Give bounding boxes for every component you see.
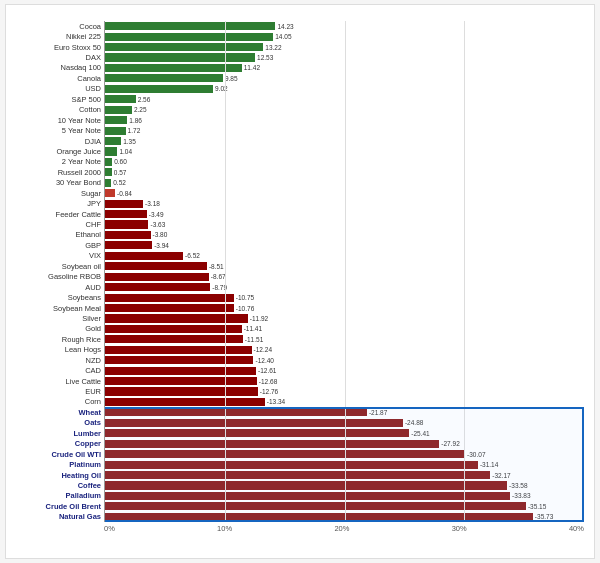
- bar-label: Copper: [16, 439, 104, 448]
- bar-value-outside: -11.92: [248, 315, 268, 322]
- label-row: DJIA: [16, 136, 104, 146]
- bar-label: Silver: [16, 314, 104, 323]
- bar: [105, 450, 465, 458]
- bar-value-outside: -35.15: [526, 503, 546, 510]
- label-row: Orange Juice: [16, 146, 104, 156]
- bar-label: AUD: [16, 283, 104, 292]
- bar-value-outside: -3.80: [151, 231, 168, 238]
- bar-value-outside: 1.86: [127, 117, 142, 124]
- bar-value-outside: 14.05: [273, 33, 291, 40]
- bar-value-outside: 1.72: [126, 127, 141, 134]
- label-row: Lumber: [16, 428, 104, 438]
- bar-label: Platinum: [16, 460, 104, 469]
- bar: [105, 137, 121, 145]
- bar-value-outside: -25.41: [409, 430, 429, 437]
- bar-value-outside: -3.63: [148, 221, 165, 228]
- bar-value-outside: -32.17: [490, 472, 510, 479]
- label-row: Platinum: [16, 459, 104, 469]
- bar: [105, 429, 409, 437]
- bar-label: 30 Year Bond: [16, 178, 104, 187]
- bar-label: Soybean Meal: [16, 304, 104, 313]
- bar-value-outside: 13.22: [263, 44, 281, 51]
- bar-value-outside: -3.18: [143, 200, 160, 207]
- bar-label: Nasdaq 100: [16, 63, 104, 72]
- label-row: Palladium: [16, 491, 104, 501]
- x-axis-label: 0%: [104, 524, 115, 533]
- label-row: Nikkei 225: [16, 31, 104, 41]
- bar-label: Soybeans: [16, 293, 104, 302]
- bar: [105, 408, 367, 416]
- bar: [105, 147, 117, 155]
- label-row: Crude Oil WTI: [16, 449, 104, 459]
- label-row: EUR: [16, 386, 104, 396]
- bar: [105, 43, 263, 51]
- bar-label: 5 Year Note: [16, 126, 104, 135]
- bar: [105, 314, 248, 322]
- bar: [105, 168, 112, 176]
- bar-value-outside: -3.94: [152, 242, 169, 249]
- x-axis-label: 30%: [452, 524, 467, 533]
- bar-value-outside: -12.68: [257, 378, 277, 385]
- bar-label: Gold: [16, 324, 104, 333]
- label-row: Wheat: [16, 407, 104, 417]
- bar-label: EUR: [16, 387, 104, 396]
- bar-value-outside: -8.51: [207, 263, 224, 270]
- bar-value-outside: 14.23: [275, 23, 293, 30]
- bar-value-outside: 0.60: [112, 158, 127, 165]
- label-row: 30 Year Bond: [16, 178, 104, 188]
- bar-label: 2 Year Note: [16, 157, 104, 166]
- bar-value-outside: 1.04: [117, 148, 132, 155]
- bar-label: Live Cattle: [16, 377, 104, 386]
- label-row: Gold: [16, 324, 104, 334]
- bar-label: USD: [16, 84, 104, 93]
- label-row: DAX: [16, 52, 104, 62]
- bar: [105, 22, 275, 30]
- label-row: NZD: [16, 355, 104, 365]
- bar-value-outside: 1.35: [121, 138, 136, 145]
- bar: [105, 440, 439, 448]
- label-row: Euro Stoxx 50: [16, 42, 104, 52]
- bar-value-outside: -24.88: [403, 419, 423, 426]
- bar-label: Coffee: [16, 481, 104, 490]
- bar-label: Crude Oil Brent: [16, 502, 104, 511]
- bar-value-outside: -0.84: [115, 190, 132, 197]
- bar-value-outside: -33.58: [507, 482, 527, 489]
- bar: [105, 220, 148, 228]
- bar: [105, 53, 255, 61]
- grid-line: [225, 21, 226, 522]
- x-axis-label: 10%: [217, 524, 232, 533]
- bar-label: Russell 2000: [16, 168, 104, 177]
- label-row: USD: [16, 84, 104, 94]
- bar: [105, 116, 127, 124]
- bar-value-outside: -11.51: [243, 336, 263, 343]
- bar-label: Oats: [16, 418, 104, 427]
- bar-value-outside: -21.87: [367, 409, 387, 416]
- bar-value-outside: -8.67: [209, 273, 226, 280]
- label-row: Cotton: [16, 105, 104, 115]
- labels-column: CocoaNikkei 225Euro Stoxx 50DAXNasdaq 10…: [16, 21, 104, 522]
- bar: [105, 325, 242, 333]
- bar-label: CAD: [16, 366, 104, 375]
- label-row: CHF: [16, 219, 104, 229]
- bar-label: Canola: [16, 74, 104, 83]
- bar: [105, 335, 243, 343]
- bar-value-outside: -12.40: [253, 357, 273, 364]
- label-row: JPY: [16, 198, 104, 208]
- bar: [105, 74, 223, 82]
- label-row: 2 Year Note: [16, 157, 104, 167]
- bar-label: Orange Juice: [16, 147, 104, 156]
- bar-label: Ethanol: [16, 230, 104, 239]
- bar: [105, 283, 210, 291]
- label-row: Canola: [16, 73, 104, 83]
- bar-value-outside: -6.52: [183, 252, 200, 259]
- label-row: Soybeans: [16, 292, 104, 302]
- bar-label: GBP: [16, 241, 104, 250]
- x-axis-label: 40%: [569, 524, 584, 533]
- label-row: S&P 500: [16, 94, 104, 104]
- bar-value-outside: 0.57: [112, 169, 127, 176]
- label-row: Gasoline RBOB: [16, 272, 104, 282]
- label-row: Feeder Cattle: [16, 209, 104, 219]
- label-row: Lean Hogs: [16, 345, 104, 355]
- bar-value-outside: -12.61: [256, 367, 276, 374]
- label-row: AUD: [16, 282, 104, 292]
